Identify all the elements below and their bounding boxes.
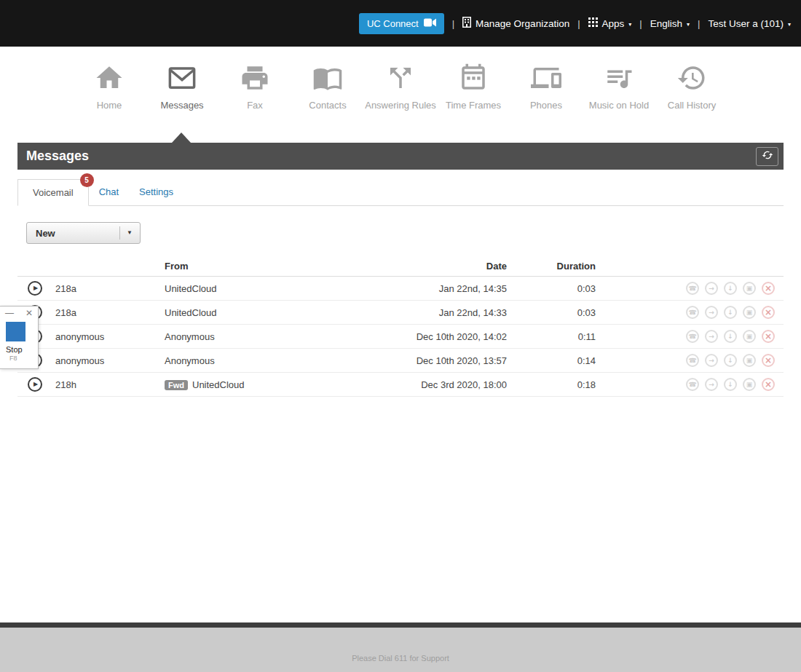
forward-icon[interactable]: →	[705, 306, 718, 319]
nav-item-call-history[interactable]: Call History	[655, 61, 728, 111]
call-to-play-icon[interactable]: ☎	[686, 354, 699, 367]
recorder-header: — ✕	[0, 307, 38, 318]
voicemail-filter-dropdown[interactable]: New ▼	[26, 222, 141, 244]
footer-divider-bar	[0, 622, 801, 628]
separator: |	[577, 18, 580, 29]
save-icon[interactable]: ▣	[743, 378, 756, 391]
from-cell: UnitedCloud	[159, 301, 390, 325]
download-icon[interactable]: ↓	[724, 378, 737, 391]
caller-cell: 218h	[50, 373, 159, 397]
call-to-play-icon[interactable]: ☎	[686, 306, 699, 319]
footer: Please Dial 611 for Support	[0, 622, 801, 672]
nav-item-answering-rules[interactable]: Answering Rules	[364, 61, 437, 111]
actions-cell: ☎ → ↓ ▣ ×	[601, 301, 784, 325]
apps-menu[interactable]: Apps ▾	[588, 17, 632, 29]
separator: |	[639, 18, 642, 29]
nav-item-fax[interactable]: Fax	[218, 61, 291, 111]
download-icon[interactable]: ↓	[724, 330, 737, 343]
call-to-play-icon[interactable]: ☎	[686, 378, 699, 391]
forward-icon[interactable]: →	[705, 282, 718, 295]
nav-label: Time Frames	[437, 100, 510, 111]
actions-cell: ☎ → ↓ ▣ ×	[601, 325, 784, 349]
user-menu[interactable]: Test User a (101) ▾	[708, 18, 791, 29]
topbar: UC Connect | Manage Organization | Apps …	[0, 0, 801, 47]
forward-icon[interactable]: →	[705, 354, 718, 367]
tab-settings[interactable]: Settings	[129, 179, 184, 205]
screen-recorder-widget: — ✕ Stop F8	[0, 306, 39, 369]
nav-caret-row	[0, 133, 801, 143]
user-label: Test User a (101)	[708, 18, 784, 29]
nav-item-contacts[interactable]: Contacts	[291, 61, 364, 111]
forward-icon[interactable]: →	[705, 378, 718, 391]
caller-cell: anonymous	[50, 325, 159, 349]
call-to-play-icon[interactable]: ☎	[686, 282, 699, 295]
nav-item-time-frames[interactable]: Time Frames	[437, 61, 510, 111]
save-icon[interactable]: ▣	[743, 306, 756, 319]
nav-label: Messages	[146, 100, 218, 111]
stop-label: Stop	[6, 345, 38, 354]
header-date: Date	[390, 256, 514, 277]
messages-panel: Messages Voicemail 5 Chat Settings New ▼	[17, 143, 784, 397]
uc-connect-button[interactable]: UC Connect	[359, 13, 444, 34]
tab-label: Chat	[99, 186, 119, 197]
manage-organization-link[interactable]: Manage Organization	[462, 17, 569, 30]
call-history-icon	[655, 61, 728, 95]
nav-item-home[interactable]: Home	[73, 61, 146, 111]
nav-label: Music on Hold	[583, 100, 655, 111]
forward-icon[interactable]: →	[705, 330, 718, 343]
video-camera-icon	[424, 18, 436, 29]
duration-cell: 0:11	[514, 325, 601, 349]
from-text: Anonymous	[165, 355, 215, 366]
download-icon[interactable]: ↓	[724, 306, 737, 319]
answering-rules-icon	[364, 61, 437, 95]
voicemail-row: ▶ 218h FwdUnitedCloud Dec 3rd 2020, 18:0…	[17, 373, 784, 397]
caller-cell: 218a	[50, 277, 159, 301]
delete-icon[interactable]: ×	[762, 354, 775, 367]
filter-selected-label: New	[36, 228, 55, 239]
header-actions	[601, 256, 784, 277]
separator: |	[698, 18, 700, 29]
from-cell: Anonymous	[159, 349, 390, 373]
download-icon[interactable]: ↓	[724, 354, 737, 367]
actions-cell: ☎ → ↓ ▣ ×	[601, 373, 784, 397]
voicemail-table: From Date Duration ▶ 218a UnitedCloud Ja…	[17, 256, 784, 397]
tab-bar: Voicemail 5 Chat Settings	[17, 179, 784, 206]
stop-hotkey: F8	[9, 355, 38, 362]
chevron-down-icon: ▼	[119, 226, 133, 240]
voicemail-row: ▶ 218a UnitedCloud Jan 22nd, 14:33 0:03 …	[17, 301, 784, 325]
play-button[interactable]: ▶	[28, 377, 42, 392]
nav-item-music-on-hold[interactable]: Music on Hold	[583, 61, 655, 111]
header-play	[17, 256, 50, 277]
delete-icon[interactable]: ×	[762, 330, 775, 343]
close-icon[interactable]: ✕	[25, 308, 33, 318]
from-text: Anonymous	[165, 331, 215, 342]
voicemail-row: ▶ anonymous Anonymous Dec 10th 2020, 14:…	[17, 325, 784, 349]
date-cell: Jan 22nd, 14:35	[390, 277, 514, 301]
stop-recording-button[interactable]	[6, 322, 25, 341]
language-menu[interactable]: English ▾	[650, 18, 690, 29]
nav-item-phones[interactable]: Phones	[510, 61, 583, 111]
minimize-icon[interactable]: —	[5, 308, 14, 318]
save-icon[interactable]: ▣	[743, 282, 756, 295]
delete-icon[interactable]: ×	[762, 282, 775, 295]
save-icon[interactable]: ▣	[743, 330, 756, 343]
save-icon[interactable]: ▣	[743, 354, 756, 367]
tab-chat[interactable]: Chat	[89, 179, 129, 205]
from-text: UnitedCloud	[165, 307, 217, 318]
call-to-play-icon[interactable]: ☎	[686, 330, 699, 343]
nav-item-messages[interactable]: Messages	[146, 61, 218, 111]
home-icon	[73, 61, 146, 95]
forwarded-badge: Fwd	[165, 380, 188, 390]
refresh-button[interactable]	[756, 147, 778, 166]
actions-cell: ☎ → ↓ ▣ ×	[601, 349, 784, 373]
table-header-row: From Date Duration	[17, 256, 784, 277]
delete-icon[interactable]: ×	[762, 306, 775, 319]
from-cell: FwdUnitedCloud	[159, 373, 390, 397]
delete-icon[interactable]: ×	[762, 378, 775, 391]
page-title: Messages	[26, 149, 89, 164]
caller-cell: anonymous	[50, 349, 159, 373]
language-label: English	[650, 18, 682, 29]
play-button[interactable]: ▶	[28, 281, 42, 296]
download-icon[interactable]: ↓	[724, 282, 737, 295]
tab-voicemail[interactable]: Voicemail 5	[17, 179, 89, 206]
